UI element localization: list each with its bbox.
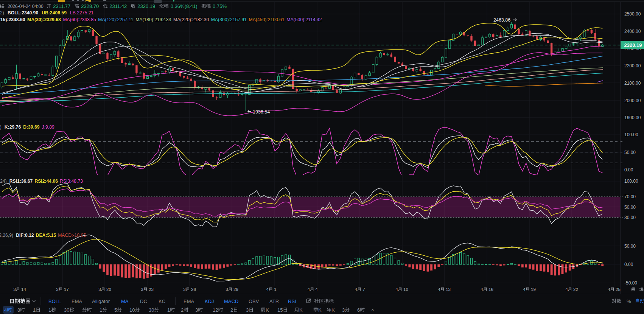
svg-text:MACD:-10.05: MACD:-10.05: [58, 233, 86, 238]
svg-text:DEA:5.15: DEA:5.15: [36, 233, 56, 238]
svg-text:2100.00: 2100.00: [624, 81, 641, 86]
svg-text:4: 4: [4, 307, 7, 313]
svg-text:1: 1: [100, 307, 102, 313]
svg-text:K: K: [331, 307, 335, 313]
svg-text:EMA: EMA: [184, 298, 194, 304]
svg-text:3: 3: [98, 287, 101, 292]
svg-text:3: 3: [149, 307, 151, 313]
svg-text:LB:2275.21: LB:2275.21: [70, 10, 94, 16]
svg-text:×: ×: [371, 307, 374, 312]
svg-text:RSI(6,12,24): RSI(6,12,24): [0, 179, 7, 184]
svg-text:0: 0: [132, 307, 135, 313]
svg-text:1: 1: [48, 307, 51, 313]
svg-text:23: 23: [149, 287, 154, 292]
svg-text:2000.00: 2000.00: [624, 98, 641, 103]
svg-text:1: 1: [277, 307, 280, 313]
svg-text:3: 3: [13, 287, 16, 292]
svg-text:MA(180):2192.33: MA(180):2192.33: [135, 17, 171, 22]
svg-text:4: 4: [608, 287, 610, 292]
svg-text:7: 7: [362, 287, 365, 292]
svg-text:50.00: 50.00: [624, 244, 636, 249]
svg-text:MACD(12,26,9): MACD(12,26,9): [0, 233, 13, 238]
svg-text:3: 3: [342, 307, 345, 313]
svg-text:70.00: 70.00: [624, 194, 636, 199]
svg-text:4: 4: [523, 287, 526, 292]
svg-text:1: 1: [33, 307, 36, 313]
svg-text:MA(450):2100.61: MA(450):2100.61: [249, 17, 285, 22]
svg-text:RSI: RSI: [288, 298, 296, 304]
svg-text:2463.86: 2463.86: [493, 17, 510, 23]
svg-text:%: %: [627, 298, 631, 304]
svg-text:MA(220):2182.30: MA(220):2182.30: [173, 17, 209, 22]
svg-text:MA: MA: [121, 298, 129, 304]
svg-text:2026-04-24 04:00: 2026-04-24 04:00: [8, 4, 44, 9]
svg-text:MACD: MACD: [224, 298, 238, 304]
svg-text:KDJ: KDJ: [205, 298, 214, 304]
svg-text:RSI1:36.67: RSI1:36.67: [9, 179, 33, 184]
svg-text:3: 3: [226, 287, 228, 292]
svg-text:1: 1: [274, 287, 276, 292]
svg-text:K: K: [318, 307, 322, 313]
svg-text:25: 25: [616, 287, 621, 292]
svg-text:1: 1: [213, 307, 215, 313]
svg-text:2500.00: 2500.00: [624, 11, 641, 17]
svg-text:6: 6: [357, 307, 360, 313]
svg-text:3: 3: [64, 307, 67, 313]
svg-text:2311.42: 2311.42: [109, 3, 127, 9]
svg-text:MA(60):2343.85: MA(60):2343.85: [63, 17, 96, 22]
svg-text:4: 4: [315, 287, 318, 292]
svg-text:K: K: [266, 307, 269, 313]
svg-text:3: 3: [56, 287, 58, 292]
svg-text:16: 16: [488, 287, 493, 292]
svg-text:0.36%(8.41): 0.36%(8.41): [171, 3, 198, 9]
svg-text:4: 4: [355, 287, 357, 292]
svg-text:5: 5: [280, 307, 283, 313]
svg-text:1: 1: [167, 307, 170, 313]
svg-text:2400.00: 2400.00: [624, 29, 641, 34]
svg-text:2328.70: 2328.70: [81, 3, 99, 9]
svg-text:2: 2: [215, 307, 218, 313]
svg-text:8: 8: [17, 307, 20, 313]
svg-text:MA(300):2157.91: MA(300):2157.91: [211, 17, 247, 22]
svg-text:1936.54: 1936.54: [253, 109, 270, 115]
svg-text:BOLL(20,2): BOLL(20,2): [0, 10, 4, 16]
svg-text:4: 4: [565, 287, 568, 292]
svg-text:30.00: 30.00: [624, 215, 636, 220]
svg-text:4: 4: [307, 287, 310, 292]
svg-text:2200.00: 2200.00: [624, 63, 641, 68]
svg-text:2320.19: 2320.19: [137, 3, 155, 9]
svg-text:4: 4: [438, 287, 440, 292]
svg-text:3: 3: [183, 287, 185, 292]
svg-text:1900.00: 1900.00: [624, 115, 641, 120]
svg-text:10: 10: [403, 287, 408, 292]
svg-text:5: 5: [114, 307, 117, 313]
svg-text:0.00: 0.00: [624, 167, 633, 173]
svg-text:100.00: 100.00: [624, 179, 638, 184]
svg-text:D:39.69: D:39.69: [23, 124, 40, 130]
svg-text:KC: KC: [159, 298, 165, 304]
svg-text:0.00: 0.00: [624, 262, 633, 267]
svg-text:ATR: ATR: [269, 298, 279, 304]
svg-text:100.00: 100.00: [624, 132, 638, 137]
svg-text:MA(30):2329.68: MA(30):2329.68: [27, 17, 61, 22]
svg-text:K:29.76: K:29.76: [5, 124, 21, 130]
svg-text:BOLL: BOLL: [48, 298, 61, 304]
svg-text:-50.00: -50.00: [624, 280, 637, 286]
svg-text:K: K: [299, 307, 303, 313]
svg-text:29: 29: [233, 287, 238, 292]
svg-text:14: 14: [21, 287, 26, 292]
svg-text:MA(15):2348.60: MA(15):2348.60: [0, 17, 25, 22]
svg-text:19: 19: [531, 287, 536, 292]
svg-text:0.75%: 0.75%: [213, 3, 227, 9]
svg-text:4: 4: [266, 287, 269, 292]
svg-text:RSI2:44.06: RSI2:44.06: [34, 179, 58, 184]
svg-text:50.00: 50.00: [624, 205, 636, 210]
svg-text:EMA: EMA: [72, 298, 82, 304]
svg-text:UB:2406.59: UB:2406.59: [42, 10, 67, 16]
svg-text:MA(120):2257.11: MA(120):2257.11: [98, 17, 133, 22]
svg-text:22: 22: [573, 287, 578, 292]
svg-text:4: 4: [481, 287, 483, 292]
svg-text:RSI3:48.73: RSI3:48.73: [60, 179, 83, 184]
svg-text:0: 0: [151, 307, 154, 313]
svg-text:3: 3: [195, 307, 198, 313]
